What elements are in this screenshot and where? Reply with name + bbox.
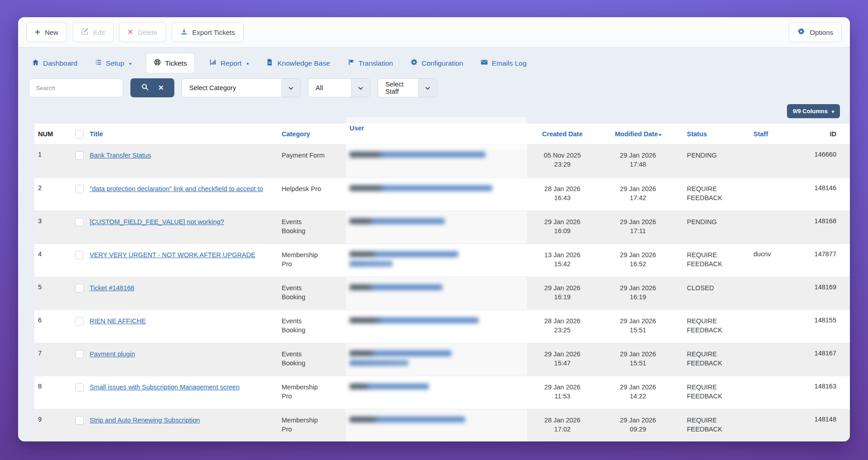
- ticket-id: 147877: [813, 250, 850, 258]
- caret-down-icon: ▾: [832, 110, 834, 114]
- column-header-staff[interactable]: Staff: [745, 130, 813, 138]
- ticket-created-date: 28 Jan 202623:25: [527, 316, 598, 335]
- caret-down-icon: ▾: [129, 62, 131, 66]
- edit-button-label: Edit: [93, 29, 105, 36]
- header-checkbox-cell: [69, 129, 90, 139]
- row-checkbox[interactable]: [75, 185, 84, 193]
- tab-knowledge-base[interactable]: Knowledge Base: [263, 54, 332, 72]
- column-header-category[interactable]: Category: [280, 129, 346, 139]
- ticket-user-redacted: [346, 144, 527, 177]
- row-num: 4: [34, 250, 69, 258]
- ticket-status: REQUIRE FEEDBACK: [678, 316, 745, 335]
- search-icon[interactable]: [141, 83, 149, 93]
- select-all-checkbox[interactable]: [75, 130, 84, 139]
- ticket-status: PENDING: [678, 151, 745, 160]
- ticket-created-date: 05 Nov 202523:29: [527, 151, 598, 169]
- column-header-id[interactable]: ID: [813, 130, 850, 138]
- ticket-category: Events Booking: [280, 217, 346, 235]
- staff-select-value: Select Staff: [378, 79, 418, 97]
- ticket-user-redacted: [346, 178, 527, 211]
- table-row: 4VERY VERY URGENT - NOT WORK AFTER UPGRA…: [34, 244, 850, 277]
- status-select-value: All: [308, 79, 351, 97]
- clear-search-icon[interactable]: ✕: [158, 84, 164, 92]
- ticket-title-link[interactable]: Ticket #148168: [90, 284, 134, 292]
- column-header-title[interactable]: Title: [90, 129, 280, 139]
- row-num: 8: [34, 383, 69, 390]
- search-input[interactable]: [29, 78, 123, 97]
- tab-emails-log[interactable]: Emails Log: [478, 54, 529, 72]
- ticket-user-redacted: [346, 409, 527, 441]
- ticket-modified-date: 29 Jan 202617:42: [598, 184, 678, 202]
- tab-setup[interactable]: Setup▾: [92, 54, 134, 72]
- ticket-title-cell: VERY VERY URGENT - NOT WORK AFTER UPGRAD…: [90, 250, 280, 259]
- tab-label: Translation: [359, 59, 393, 67]
- ticket-status: PENDING: [678, 217, 745, 226]
- ticket-title-link[interactable]: Small issues with Subscription Managemen…: [90, 383, 240, 391]
- column-header-modified-date[interactable]: Modified Date▾: [598, 129, 678, 139]
- table-body: 1Bank Transfer StatusPayment Form05 Nov …: [34, 144, 850, 441]
- ticket-modified-date: 29 Jan 202615:51: [598, 350, 678, 368]
- gear-icon: [797, 28, 805, 37]
- ticket-title-cell: Bank Transfer Status: [90, 151, 280, 160]
- ticket-category: Events Booking: [280, 350, 346, 368]
- column-header-status[interactable]: Status: [678, 129, 745, 139]
- export-tickets-label: Export Tickets: [192, 29, 235, 36]
- ticket-id: 148167: [813, 350, 850, 357]
- ticket-category: Membership Pro: [280, 416, 346, 434]
- tab-dashboard[interactable]: Dashboard: [29, 54, 80, 72]
- delete-button[interactable]: ✕ Delete: [119, 22, 166, 42]
- ticket-id: 148155: [813, 316, 850, 324]
- row-checkbox[interactable]: [75, 383, 84, 392]
- redacted-user-blur: [350, 251, 458, 257]
- ticket-created-date: 29 Jan 202616:19: [527, 283, 598, 302]
- export-tickets-button[interactable]: Export Tickets: [172, 22, 244, 42]
- ticket-user-redacted: [346, 211, 527, 244]
- row-checkbox-cell: [69, 316, 90, 326]
- ticket-modified-date: 29 Jan 202615:51: [598, 316, 678, 335]
- new-button[interactable]: + New: [26, 22, 67, 42]
- column-header-num[interactable]: NUM: [34, 130, 69, 138]
- status-select[interactable]: All: [308, 78, 370, 97]
- ticket-status: REQUIRE FEEDBACK: [678, 383, 745, 401]
- tab-report[interactable]: Report▾: [206, 54, 252, 72]
- staff-select[interactable]: Select Staff: [378, 78, 437, 97]
- row-checkbox-cell: [69, 151, 90, 160]
- redacted-user-blur: [350, 284, 442, 290]
- ticket-title-link[interactable]: VERY VERY URGENT - NOT WORK AFTER UPGRAD…: [90, 251, 255, 259]
- columns-toggle-row: 9/9 Columns ▾: [18, 104, 840, 118]
- edit-button[interactable]: Edit: [72, 22, 114, 42]
- ticket-title-link[interactable]: [CUSTOM_FIELD_FEE_VALUE] not working?: [90, 218, 224, 225]
- redacted-user-blur: [350, 417, 465, 422]
- table-row: 7Payment pluginEvents Booking29 Jan 2026…: [34, 343, 850, 376]
- category-select[interactable]: Select Category: [182, 78, 301, 97]
- table-row: 8Small issues with Subscription Manageme…: [34, 376, 850, 409]
- search-button-group[interactable]: ✕: [130, 78, 174, 97]
- ticket-title-link[interactable]: "data protection declaration" link and c…: [90, 185, 263, 192]
- tab-translation[interactable]: Translation: [345, 54, 396, 72]
- main-window: + New Edit ✕ Delete Export Tickets Optio…: [18, 17, 850, 441]
- tab-configuration[interactable]: Configuration: [408, 54, 466, 72]
- ticket-id: 146660: [813, 151, 850, 158]
- columns-toggle-button[interactable]: 9/9 Columns ▾: [787, 104, 840, 118]
- row-checkbox[interactable]: [75, 218, 84, 226]
- tab-tickets[interactable]: Tickets: [146, 53, 195, 73]
- ticket-created-date: 28 Jan 202617:02: [527, 416, 598, 434]
- row-checkbox-cell: [69, 416, 90, 425]
- ticket-title-link[interactable]: RIEN NE AFFICHE: [90, 317, 146, 325]
- redacted-user-blur: [350, 350, 451, 356]
- ticket-title-link[interactable]: Bank Transfer Status: [90, 152, 151, 159]
- options-button[interactable]: Options: [789, 22, 842, 42]
- row-checkbox[interactable]: [75, 416, 84, 425]
- ticket-title-cell: "data protection declaration" link and c…: [90, 184, 280, 193]
- ticket-user-redacted: [346, 310, 527, 343]
- column-header-created-date[interactable]: Created Date: [527, 129, 598, 139]
- row-checkbox[interactable]: [75, 251, 84, 259]
- ticket-modified-date: 29 Jan 202614:22: [598, 383, 678, 401]
- chevron-down-icon: [281, 79, 300, 97]
- ticket-title-link[interactable]: Payment plugin: [90, 350, 135, 358]
- row-checkbox[interactable]: [75, 284, 84, 292]
- ticket-title-link[interactable]: Strip and Auto Renewing Subscription: [90, 417, 200, 424]
- row-checkbox[interactable]: [75, 317, 84, 326]
- row-checkbox[interactable]: [75, 350, 84, 359]
- row-checkbox[interactable]: [75, 151, 84, 160]
